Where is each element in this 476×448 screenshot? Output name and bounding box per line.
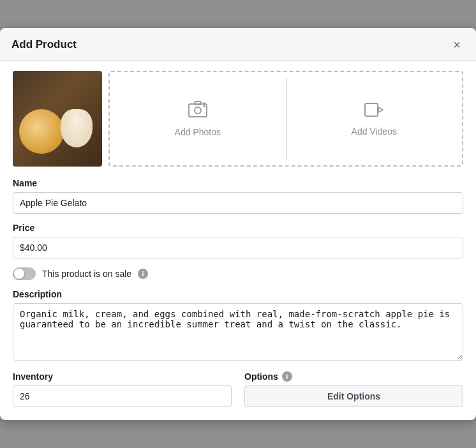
svg-point-1 [195,107,201,114]
bottom-row: Inventory Options i Edit Options [13,371,463,407]
media-section: Add Photos Add Videos [13,71,463,167]
description-field-group: Description Organic milk, cream, and egg… [13,289,463,362]
options-label: Options [244,371,278,382]
edit-options-button[interactable]: Edit Options [244,385,463,407]
description-input[interactable]: Organic milk, cream, and eggs combined w… [13,303,463,361]
price-field-group: Price [13,223,463,258]
add-videos-icon [364,101,383,121]
product-image [13,71,102,167]
name-input[interactable] [13,192,463,214]
svg-marker-7 [378,107,383,112]
add-photos-label: Add Photos [175,127,221,137]
add-photos-icon [188,101,207,122]
options-header: Options i [244,371,463,382]
sale-toggle-row: This product is on sale i [13,267,463,280]
description-label: Description [13,289,463,299]
product-image-inner [13,71,102,167]
modal-body: Add Photos Add Videos [0,61,476,420]
price-input[interactable] [13,237,463,258]
options-info-icon[interactable]: i [282,371,292,382]
inventory-group: Inventory [13,371,232,407]
upload-zone: Add Photos Add Videos [108,71,463,167]
svg-rect-6 [365,103,378,116]
inventory-input[interactable] [13,385,232,407]
close-button[interactable]: × [449,37,465,52]
sale-info-icon[interactable]: i [138,269,148,279]
price-label: Price [13,223,463,233]
svg-rect-2 [195,101,201,105]
modal-header: Add Product × [0,28,476,61]
inventory-label: Inventory [13,371,232,382]
modal-overlay: Add Product × [0,0,476,448]
add-photos-button[interactable]: Add Photos [110,72,286,165]
add-videos-button[interactable]: Add Videos [286,72,463,165]
modal-title: Add Product [11,38,77,51]
sale-toggle-label: This product is on sale [42,269,131,279]
name-field-group: Name [13,178,463,214]
name-label: Name [13,178,463,188]
sale-toggle[interactable] [13,267,36,280]
toggle-knob [14,269,24,279]
options-group: Options i Edit Options [244,371,463,407]
add-product-modal: Add Product × [0,28,476,420]
add-videos-label: Add Videos [352,126,397,137]
